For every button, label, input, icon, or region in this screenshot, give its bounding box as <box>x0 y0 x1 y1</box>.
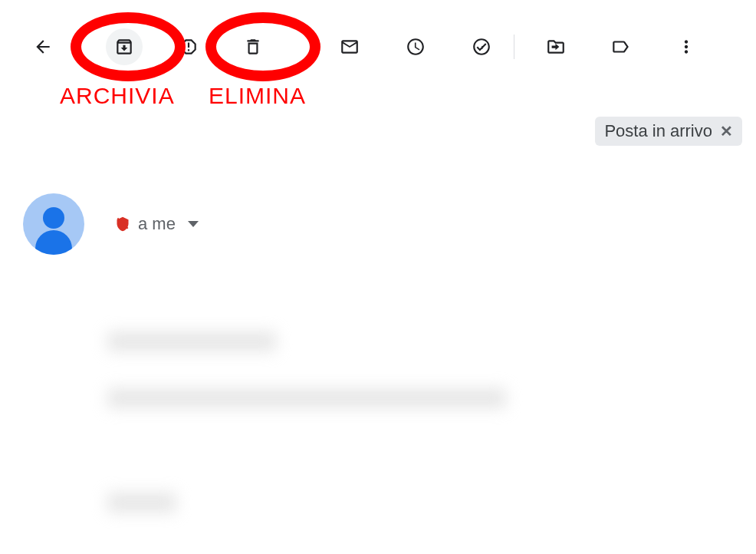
annotation-label-archive: ARCHIVIA <box>60 83 175 109</box>
labels-button[interactable] <box>602 28 639 65</box>
email-toolbar <box>0 0 756 69</box>
redacted-line <box>107 493 176 513</box>
label-icon <box>610 37 630 57</box>
recipient-text: a me <box>138 214 176 234</box>
spam-button[interactable] <box>170 28 207 65</box>
inbox-label-chip[interactable]: Posta in arrivo ✕ <box>595 117 742 146</box>
add-task-button[interactable] <box>463 28 500 65</box>
avatar-body-shape <box>35 230 72 255</box>
more-vert-icon <box>676 37 696 57</box>
spam-icon <box>179 37 199 57</box>
more-button[interactable] <box>668 28 705 65</box>
delete-button[interactable] <box>235 28 271 65</box>
back-button[interactable] <box>25 28 61 65</box>
avatar-head-shape <box>43 207 64 229</box>
close-icon[interactable]: ✕ <box>720 122 733 140</box>
move-to-button[interactable] <box>537 28 574 65</box>
clock-icon <box>406 37 426 57</box>
inbox-label-text: Posta in arrivo <box>604 121 712 141</box>
chevron-down-icon <box>188 221 199 227</box>
email-body <box>0 331 756 513</box>
mail-icon <box>340 37 360 57</box>
redacted-line <box>107 331 276 351</box>
sender-avatar[interactable] <box>23 193 84 255</box>
trash-icon <box>243 37 263 57</box>
mark-unread-button[interactable] <box>331 28 368 65</box>
folder-move-icon <box>546 37 566 57</box>
task-add-icon <box>472 37 491 57</box>
archive-icon <box>114 37 134 57</box>
no-encryption-icon <box>115 216 130 232</box>
archive-button[interactable] <box>106 28 143 65</box>
toolbar-divider <box>514 35 514 59</box>
snooze-button[interactable] <box>397 28 434 65</box>
annotation-label-delete: ELIMINA <box>209 83 306 109</box>
arrow-back-icon <box>33 37 53 57</box>
redacted-line <box>107 388 506 408</box>
recipient-dropdown[interactable]: a me <box>115 214 199 234</box>
